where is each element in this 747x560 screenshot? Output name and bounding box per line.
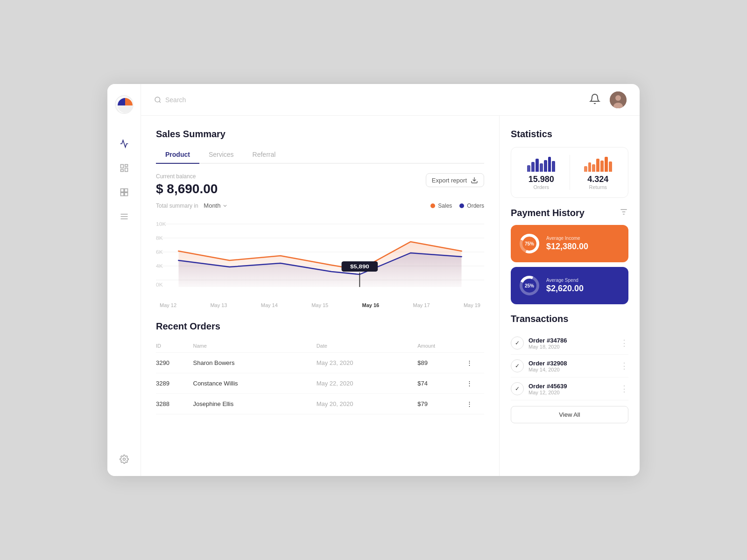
svg-point-16: [615, 95, 621, 101]
download-icon: [471, 176, 478, 184]
filter-icon[interactable]: [619, 207, 628, 218]
order-menu[interactable]: ⋮: [466, 353, 485, 373]
col-header-amount: Amount: [417, 339, 466, 353]
svg-text:4K: 4K: [156, 264, 163, 269]
transaction-order: Order #32908: [529, 360, 615, 367]
transaction-menu[interactable]: ⋮: [620, 361, 628, 371]
user-avatar[interactable]: [610, 91, 627, 108]
order-name: Josephine Ellis: [193, 394, 317, 414]
transactions-list: ✓ Order #34786 May 18, 2020 ⋮ ✓ Order #3…: [511, 332, 628, 400]
order-id: 3289: [156, 373, 193, 394]
legend-sales: Sales: [430, 203, 452, 209]
order-amount: $89: [417, 353, 466, 373]
order-bar: [527, 165, 530, 172]
period-value: Month: [204, 202, 220, 209]
spend-amount: $2,620.00: [546, 284, 621, 294]
orders-table: ID Name Date Amount 3290 Sharon Bowers M…: [156, 339, 484, 414]
returns-value: 4.324: [587, 175, 608, 184]
col-header-name: Name: [193, 339, 317, 353]
transaction-menu[interactable]: ⋮: [620, 384, 628, 394]
return-bar: [605, 157, 608, 172]
balance-label: Current balance: [156, 173, 218, 180]
donut-spend: 25%: [518, 274, 541, 297]
returns-chart: [584, 155, 612, 172]
export-label: Export report: [432, 177, 467, 184]
svg-rect-3: [125, 168, 127, 172]
x-label-0: May 12: [160, 302, 176, 308]
svg-rect-7: [120, 193, 124, 196]
transactions-section: Transactions ✓ Order #34786 May 18, 2020…: [511, 314, 628, 423]
app-container: Search: [107, 84, 640, 476]
transaction-menu[interactable]: ⋮: [620, 338, 628, 348]
svg-rect-6: [124, 189, 127, 192]
tabs: Product Services Referral: [156, 147, 484, 164]
stat-orders: 15.980 Orders: [519, 155, 564, 190]
balance-amount: $ 8,690.00: [156, 182, 218, 196]
sidebar-item-grid[interactable]: [119, 187, 130, 198]
order-bar: [540, 163, 543, 172]
transactions-title: Transactions: [511, 314, 628, 324]
x-label-1: May 13: [210, 302, 227, 308]
transaction-info: Order #45639 May 12, 2020: [529, 383, 615, 395]
sidebar-item-list[interactable]: [119, 211, 130, 222]
return-bar: [596, 159, 599, 172]
tab-referral[interactable]: Referral: [243, 147, 285, 163]
tab-product[interactable]: Product: [156, 147, 199, 163]
order-menu[interactable]: ⋮: [466, 394, 485, 414]
app-logo[interactable]: [115, 95, 134, 114]
transaction-item: ✓ Order #34786 May 18, 2020 ⋮: [511, 332, 628, 355]
legend-dot-orders: [459, 203, 464, 208]
chevron-down-icon: [222, 203, 228, 209]
returns-label: Returns: [589, 184, 607, 190]
transaction-item: ✓ Order #32908 May 14, 2020 ⋮: [511, 355, 628, 378]
legend-orders-label: Orders: [467, 203, 484, 209]
svg-text:10K: 10K: [156, 222, 166, 227]
chart-x-labels: May 12 May 13 May 14 May 15 May 16 May 1…: [156, 302, 484, 308]
order-amount: $79: [417, 394, 466, 414]
stat-returns: 4.324 Returns: [576, 155, 621, 190]
return-bar: [592, 164, 595, 172]
chart-legend: Sales Orders: [430, 203, 484, 209]
order-name: Sharon Bowers: [193, 353, 317, 373]
search-bar[interactable]: Search: [154, 96, 186, 104]
order-menu[interactable]: ⋮: [466, 373, 485, 394]
sidebar-item-activity[interactable]: [119, 138, 130, 149]
order-id: 3288: [156, 394, 193, 414]
col-header-id: ID: [156, 339, 193, 353]
export-button[interactable]: Export report: [426, 173, 484, 187]
chart-svg: 10K 8K 6K 4K 0K: [156, 215, 484, 299]
recent-orders-section: Recent Orders ID Name Date Amount: [156, 321, 484, 414]
table-row: 3289 Constance Willis May 22, 2020 $74 ⋮: [156, 373, 484, 394]
order-bar: [548, 157, 551, 172]
orders-chart: [527, 155, 555, 172]
svg-rect-5: [120, 189, 124, 192]
sales-summary-section: Sales Summary Product Services Referral …: [156, 129, 484, 308]
spend-pct: 25%: [525, 283, 534, 288]
view-all-button[interactable]: View All: [511, 406, 628, 423]
period-selector[interactable]: Total summary in Month: [156, 202, 228, 209]
transaction-info: Order #32908 May 14, 2020: [529, 360, 615, 372]
return-bar: [588, 162, 592, 172]
order-date: May 23, 2020: [317, 353, 418, 373]
header-right: [589, 91, 627, 108]
sidebar: [107, 84, 141, 476]
sidebar-item-settings[interactable]: [119, 454, 130, 465]
legend-orders: Orders: [459, 203, 484, 209]
income-label: Average Income: [546, 236, 621, 241]
svg-line-14: [159, 101, 161, 103]
transaction-order: Order #34786: [529, 337, 615, 344]
transaction-order: Order #45639: [529, 383, 615, 390]
sidebar-item-layout[interactable]: [119, 162, 130, 174]
legend-sales-label: Sales: [438, 203, 452, 209]
tab-services[interactable]: Services: [199, 147, 243, 163]
income-pct: 75%: [525, 241, 534, 246]
svg-text:$5,890: $5,890: [350, 264, 369, 270]
bell-icon[interactable]: [589, 93, 602, 106]
svg-rect-1: [120, 165, 123, 168]
orders-label: Orders: [533, 184, 549, 190]
legend-dot-sales: [430, 203, 435, 208]
svg-text:8K: 8K: [156, 236, 163, 241]
table-row: 3290 Sharon Bowers May 23, 2020 $89 ⋮: [156, 353, 484, 373]
check-icon: ✓: [511, 382, 524, 395]
income-info: Average Income $12,380.00: [546, 236, 621, 252]
